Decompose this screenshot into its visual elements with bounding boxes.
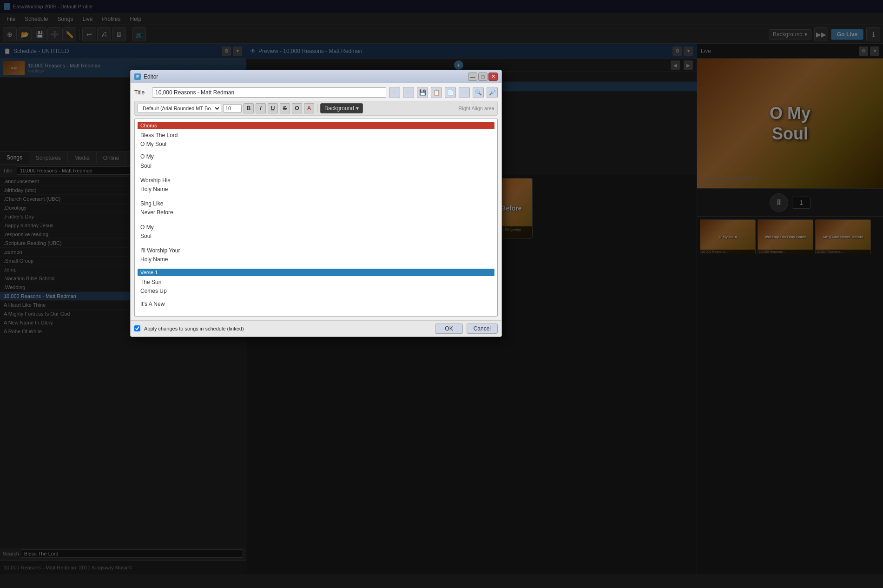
editor-section-verse1: Verse 1 The SunComes Up bbox=[138, 269, 494, 297]
blank-section-1: O MySoul bbox=[138, 152, 494, 171]
dialog-maximize-button[interactable]: □ bbox=[478, 73, 488, 81]
outline-button[interactable]: O bbox=[292, 103, 302, 113]
font-family-select[interactable]: Default (Arial Rounded MT Bold, bbox=[138, 104, 221, 113]
apply-label: Apply changes to songs in schedule (link… bbox=[144, 326, 244, 331]
ok-button[interactable]: OK bbox=[435, 324, 462, 334]
bold-button[interactable]: B bbox=[244, 103, 254, 113]
dialog-body: Title ℹ ↩ 💾 📋 📄 ↪ 🔍 🔎 Default (Arial Rou… bbox=[131, 83, 501, 320]
blank-section-6: It's A New bbox=[138, 299, 494, 310]
color-button[interactable]: A bbox=[304, 103, 314, 113]
strikethrough-button[interactable]: S bbox=[280, 103, 290, 113]
modal-overlay: E Editor — □ ✕ Title ℹ ↩ 💾 📋 📄 ↪ 🔍 🔎 bbox=[0, 0, 883, 588]
chorus-text[interactable]: Bless The LordO My Soul bbox=[138, 130, 494, 150]
editor-section-chorus: Chorus Bless The LordO My Soul bbox=[138, 122, 494, 150]
italic-button[interactable]: I bbox=[256, 103, 266, 113]
editor-bg-chevron: ▾ bbox=[356, 105, 359, 112]
blank-section-2: Worship HisHoly Name bbox=[138, 175, 494, 195]
editor-paste-button[interactable]: 📄 bbox=[445, 87, 456, 98]
editor-background-dropdown[interactable]: Background ▾ bbox=[320, 103, 363, 113]
editor-copy-button[interactable]: 📋 bbox=[431, 87, 442, 98]
editor-title-input[interactable] bbox=[152, 87, 386, 98]
cancel-button[interactable]: Cancel bbox=[467, 324, 498, 334]
dialog-icon: E bbox=[134, 73, 141, 80]
blank-text-4[interactable]: O MySoul bbox=[138, 222, 494, 242]
apply-checkbox[interactable] bbox=[134, 325, 140, 331]
verse1-header[interactable]: Verse 1 bbox=[138, 269, 494, 276]
editor-title-row: Title ℹ ↩ 💾 📋 📄 ↪ 🔍 🔎 bbox=[134, 87, 498, 98]
dialog-title: Editor bbox=[144, 73, 467, 80]
editor-search-button[interactable]: 🔍 bbox=[473, 87, 484, 98]
blank-text-3[interactable]: Sing LikeNever Before bbox=[138, 198, 494, 218]
blank-text-6[interactable]: It's A New bbox=[138, 299, 494, 310]
chorus-header[interactable]: Chorus bbox=[138, 122, 494, 129]
dialog-title-bar: E Editor — □ ✕ bbox=[131, 70, 501, 83]
editor-info-button[interactable]: ℹ bbox=[389, 87, 400, 98]
blank-text-2[interactable]: Worship HisHoly Name bbox=[138, 175, 494, 195]
blank-text-5[interactable]: I'll Worship YourHoly Name bbox=[138, 245, 494, 265]
format-toolbar: Default (Arial Rounded MT Bold, B I U S … bbox=[134, 101, 498, 116]
blank-text-1[interactable]: O MySoul bbox=[138, 152, 494, 171]
font-size-input[interactable] bbox=[223, 104, 242, 112]
underline-button[interactable]: U bbox=[268, 103, 278, 113]
editor-save-button[interactable]: 💾 bbox=[417, 87, 428, 98]
editor-redo-button[interactable]: ↪ bbox=[459, 87, 470, 98]
editor-undo-button[interactable]: ↩ bbox=[403, 87, 414, 98]
format-sep bbox=[317, 104, 317, 112]
dialog-minimize-button[interactable]: — bbox=[468, 73, 477, 81]
dialog-close-button[interactable]: ✕ bbox=[488, 73, 498, 81]
editor-bg-label: Background bbox=[324, 105, 354, 112]
title-field-label: Title bbox=[134, 89, 149, 96]
blank-section-3: Sing LikeNever Before bbox=[138, 198, 494, 218]
editor-search2-button[interactable]: 🔎 bbox=[487, 87, 498, 98]
blank-section-4: O MySoul bbox=[138, 222, 494, 242]
blank-section-5: I'll Worship YourHoly Name bbox=[138, 245, 494, 265]
right-align-label: Right Align area bbox=[458, 106, 494, 111]
editor-content-area[interactable]: Chorus Bless The LordO My Soul O MySoul … bbox=[134, 119, 498, 317]
verse1-text[interactable]: The SunComes Up bbox=[138, 277, 494, 297]
editor-dialog: E Editor — □ ✕ Title ℹ ↩ 💾 📋 📄 ↪ 🔍 🔎 bbox=[130, 70, 502, 337]
dialog-footer: Apply changes to songs in schedule (link… bbox=[131, 320, 501, 337]
